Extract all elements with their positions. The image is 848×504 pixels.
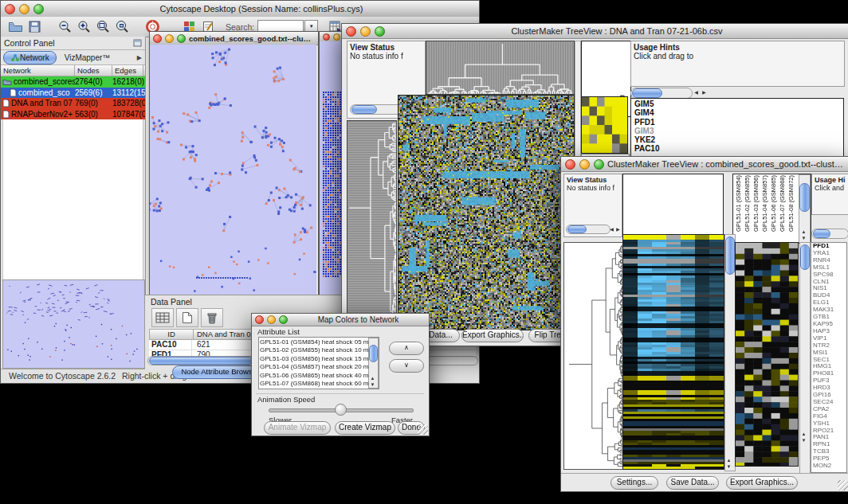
main-titlebar[interactable]: Cytoscape Desktop (Session Name: collins… [1, 1, 479, 18]
column-labels-vscrollbar[interactable]: ▲ ▼ [799, 174, 811, 243]
minimize-icon[interactable] [165, 34, 174, 43]
minimize-icon[interactable] [267, 315, 276, 324]
column-header-network[interactable]: Network [1, 65, 75, 76]
zoom-window-icon[interactable] [594, 159, 604, 170]
network-table-row[interactable]: combined_scores2764(0)16218(0) [1, 76, 145, 88]
usage-hints-hscrollbar[interactable] [630, 88, 693, 99]
dialog-titlebar[interactable]: Map Colors to Network [252, 314, 429, 326]
close-icon[interactable] [5, 4, 15, 14]
scroll-down-icon[interactable]: ▼ [369, 382, 376, 388]
minimize-icon[interactable] [19, 4, 29, 14]
save-icon[interactable] [25, 18, 44, 35]
treeview2-titlebar[interactable]: ClusterMaker TreeView : combined_scores_… [561, 157, 848, 172]
main-heatmap[interactable] [622, 234, 724, 470]
close-icon[interactable] [255, 315, 264, 324]
treeview2-button[interactable]: Save Data... [666, 476, 719, 490]
scroll-up-icon[interactable]: ▲ [800, 432, 807, 437]
scroll-down-icon[interactable]: ▼ [800, 438, 807, 443]
close-icon[interactable] [323, 33, 330, 41]
column-header-edges[interactable]: Edges [112, 65, 143, 76]
network-table-row[interactable]: DNA and Tran 07769(0)183728(0) [1, 98, 145, 109]
scroll-right-icon[interactable]: ▶ [701, 90, 708, 96]
close-icon[interactable] [153, 34, 162, 43]
row-label[interactable]: GIM5 [634, 100, 843, 108]
zoom-in-icon[interactable] [74, 18, 93, 35]
treeview2-button[interactable]: Export Graphics... [726, 476, 798, 490]
column-header-id[interactable]: ID [150, 330, 194, 339]
scrollbar-thumb[interactable] [369, 345, 378, 362]
row-label[interactable]: PAC10 [634, 144, 843, 153]
animate-vizmap-button[interactable]: Animate Vizmap [264, 421, 331, 435]
zoom-window-icon[interactable] [33, 4, 44, 14]
row-dendrogram[interactable] [347, 120, 397, 324]
close-icon[interactable] [346, 26, 356, 37]
treeview1-titlebar[interactable]: ClusterMaker TreeView : DNA and Tran 07-… [342, 24, 848, 39]
network-canvas[interactable] [150, 45, 316, 295]
minimize-icon[interactable] [579, 159, 590, 170]
slider-thumb[interactable] [335, 404, 347, 416]
minimize-icon[interactable] [333, 33, 340, 41]
zoom-window-icon[interactable] [375, 26, 385, 37]
main-heatmap-vscrollbar[interactable]: ▲ ▼ [724, 234, 736, 471]
attribute-list-vscrollbar[interactable]: ▲ ▼ [368, 338, 379, 389]
column-header-nodes[interactable]: Nodes [75, 65, 112, 76]
create-vizmap-button[interactable]: Create Vizmap [335, 421, 395, 435]
network-table-row[interactable]: combined_sco2569(6)13112(15) [1, 88, 145, 99]
attribute-item[interactable]: GPL51-01 (GSM854) heat shock 05 min [260, 338, 369, 346]
zoom-fit-icon[interactable] [93, 18, 112, 35]
column-dendrogram[interactable] [426, 41, 575, 95]
view-status-hscrollbar[interactable] [566, 225, 610, 234]
scrollbar-thumb[interactable] [800, 244, 810, 270]
zoom-heatmap[interactable] [735, 242, 799, 467]
scroll-right-icon[interactable]: ▶ [614, 227, 622, 232]
treeview1-button[interactable]: Export Graphics... [461, 329, 524, 342]
row-label[interactable]: GIM4 [634, 108, 843, 117]
minimize-icon[interactable] [360, 26, 371, 37]
scroll-down-icon[interactable]: ▼ [725, 464, 732, 470]
treeview2-button[interactable]: Settings... [610, 476, 658, 490]
close-icon[interactable] [565, 159, 575, 170]
zoom-out-icon[interactable] [55, 18, 74, 35]
resize-grip[interactable] [838, 480, 848, 490]
gene-label[interactable]: MON2 [813, 463, 846, 470]
row-dendrogram[interactable] [563, 242, 623, 470]
scrollbar-thumb[interactable] [567, 225, 587, 233]
scrollbar-thumb[interactable] [725, 236, 735, 275]
column-dendrogram-area[interactable] [622, 174, 724, 243]
zoom-region-icon[interactable] [112, 18, 132, 35]
attribute-item[interactable]: GPL51-03 (GSM856) heat shock 15 min [260, 355, 369, 363]
resize-grip[interactable] [418, 424, 428, 435]
zoom-heatmap[interactable] [581, 96, 628, 154]
tab-network[interactable]: Network [3, 51, 57, 64]
row-label[interactable]: GIM3 [634, 127, 843, 135]
zoom-window-icon[interactable] [279, 315, 288, 324]
global-heatmap[interactable] [398, 95, 575, 330]
attribute-item[interactable]: GPL51-04 (GSM857) heat shock 20 min [260, 363, 369, 371]
scroll-up-icon[interactable]: ▲ [369, 376, 376, 381]
tab-overflow-button[interactable]: ▶ [137, 54, 142, 61]
scrollbar-thumb[interactable] [813, 229, 830, 238]
scrollbar-thumb[interactable] [632, 88, 662, 98]
attribute-item[interactable]: GPL51-07 (GSM868) heat shock 60 min [260, 380, 369, 388]
scrollbar-thumb[interactable] [149, 357, 253, 365]
gene-list-vscrollbar[interactable]: ▲ ▼ [799, 242, 811, 475]
scrollbar-thumb[interactable] [799, 183, 810, 212]
zoom-window-icon[interactable] [177, 34, 186, 43]
scroll-up-icon[interactable]: ▲ [725, 458, 732, 463]
float-icon[interactable] [133, 39, 142, 47]
grid-icon[interactable] [151, 308, 174, 327]
open-icon[interactable] [6, 18, 25, 35]
network-overview[interactable] [2, 279, 145, 369]
attribute-item[interactable]: GPL51-06 (GSM865) heat shock 40 min [260, 372, 369, 380]
float-panel-icon[interactable] [133, 39, 142, 47]
row-label[interactable]: YKE2 [634, 135, 843, 144]
move-up-button[interactable]: ∧ [389, 342, 424, 355]
scrollbar-thumb[interactable] [351, 105, 377, 114]
usage-hints-hscrollbar[interactable] [811, 229, 848, 239]
new-document-icon[interactable] [176, 308, 198, 327]
delete-icon[interactable] [201, 308, 223, 327]
scroll-up-icon[interactable]: ▲ [800, 229, 807, 235]
attribute-list[interactable]: GPL51-01 (GSM854) heat shock 05 minGPL51… [258, 337, 379, 389]
attribute-item[interactable]: GPL51-02 (GSM855) heat shock 10 min [260, 346, 369, 354]
network-table-row[interactable]: RNAPuberNov2+563(0)107847(0) [1, 109, 145, 120]
